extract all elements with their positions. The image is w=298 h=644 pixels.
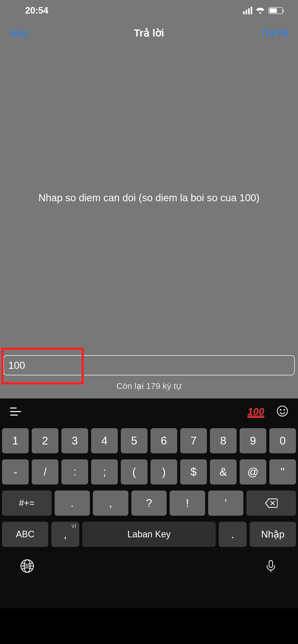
- key-comma-sup: VI: [71, 523, 76, 529]
- key-amp[interactable]: &: [210, 459, 237, 485]
- status-bar: 20:54: [0, 0, 298, 21]
- key-semicolon[interactable]: ;: [91, 459, 118, 485]
- content-area: Nhap so diem can doi (so diem la boi so …: [0, 45, 298, 398]
- key-0[interactable]: 0: [269, 428, 296, 453]
- keyboard: 1 2 3 4 5 6 7 8 9 0 - / : ; ( ) $ & @ " …: [0, 425, 298, 550]
- key-5[interactable]: 5: [121, 428, 147, 453]
- char-count-label: Còn lại 179 ký tự: [0, 381, 298, 391]
- menu-icon[interactable]: [10, 408, 21, 416]
- status-right: [243, 7, 283, 14]
- key-space[interactable]: Laban Key: [82, 522, 216, 547]
- svg-point-0: [277, 406, 287, 416]
- key-6[interactable]: 6: [151, 428, 177, 453]
- key-period[interactable]: .: [55, 491, 90, 516]
- suggestion-100[interactable]: 100: [247, 406, 264, 417]
- key-symbols[interactable]: #+=: [2, 491, 52, 516]
- key-lparen[interactable]: (: [121, 459, 147, 485]
- key-1[interactable]: 1: [2, 428, 29, 453]
- svg-point-2: [283, 409, 285, 411]
- key-slash[interactable]: /: [32, 459, 58, 485]
- key-comma[interactable]: ,: [93, 491, 128, 516]
- signal-icon: [243, 7, 252, 14]
- svg-rect-6: [269, 560, 273, 568]
- key-abc[interactable]: ABC: [2, 522, 48, 547]
- key-dash[interactable]: -: [2, 459, 29, 485]
- key-backspace[interactable]: [246, 491, 296, 516]
- mic-icon[interactable]: [264, 559, 278, 574]
- wifi-icon: [256, 7, 265, 14]
- key-exclaim[interactable]: !: [170, 491, 205, 516]
- nav-title: Trả lời: [134, 27, 164, 39]
- key-rparen[interactable]: ): [151, 459, 177, 485]
- emoji-icon[interactable]: [277, 406, 288, 418]
- keyboard-toolbar: 100: [0, 398, 298, 425]
- svg-point-1: [280, 409, 281, 411]
- key-9[interactable]: 9: [240, 428, 266, 453]
- key-4[interactable]: 4: [91, 428, 118, 453]
- key-3[interactable]: 3: [61, 428, 88, 453]
- key-at[interactable]: @: [240, 459, 266, 485]
- key-question[interactable]: ?: [131, 491, 167, 516]
- key-dollar[interactable]: $: [180, 459, 207, 485]
- key-colon[interactable]: :: [61, 459, 88, 485]
- battery-icon: [268, 7, 283, 14]
- key-enter[interactable]: Nhập: [250, 522, 296, 547]
- key-8[interactable]: 8: [210, 428, 237, 453]
- key-7[interactable]: 7: [180, 428, 207, 453]
- bottom-bar: [0, 550, 298, 608]
- points-input[interactable]: [3, 355, 295, 375]
- cancel-button[interactable]: Hủy: [10, 27, 50, 38]
- key-apostrophe[interactable]: ': [208, 491, 244, 516]
- status-time: 20:54: [25, 5, 48, 16]
- key-quote[interactable]: ": [269, 459, 296, 485]
- submit-button[interactable]: Trả lời: [248, 27, 288, 38]
- globe-icon[interactable]: [20, 559, 34, 574]
- prompt-text: Nhap so diem can doi (so diem la boi so …: [0, 192, 298, 204]
- key-comma2[interactable]: VI ,: [51, 522, 79, 547]
- backspace-icon: [265, 498, 278, 508]
- key-dot[interactable]: .: [219, 522, 247, 547]
- key-2[interactable]: 2: [32, 428, 58, 453]
- nav-bar: Hủy Trả lời Trả lời: [0, 21, 298, 45]
